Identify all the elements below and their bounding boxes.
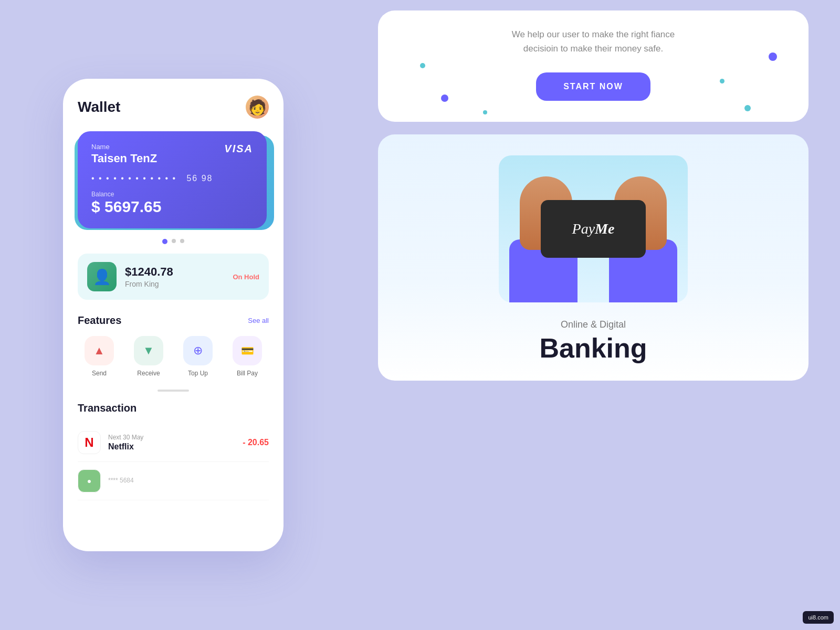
wallet-header: Wallet 🧑 <box>78 96 269 119</box>
billpay-label: Bill Pay <box>237 370 258 377</box>
billpay-icon: 💳 <box>241 344 254 357</box>
card-holder-name: Taisen TenZ <box>91 152 157 165</box>
phone-mockup: Wallet 🧑 Name Taisen TenZ VISA • • • • •… <box>63 79 284 551</box>
second-tx-number: **** 5684 <box>108 477 269 484</box>
netflix-amount: - 20.65 <box>243 438 269 447</box>
second-tx-logo: ● <box>78 469 101 492</box>
send-label: Send <box>92 370 107 377</box>
topup-icon-container: ⊕ <box>183 336 213 365</box>
balance-amount: $ 5697.65 <box>91 198 253 216</box>
second-tx-icon: ● <box>87 477 91 485</box>
payme-phone-device: PayMe <box>541 200 646 258</box>
topup-label: Top Up <box>188 370 208 377</box>
payme-logo-text: PayMe <box>572 220 615 237</box>
dot-decor-3 <box>483 110 487 114</box>
topup-icon: ⊕ <box>193 344 203 358</box>
dot-decor-4 <box>769 52 777 61</box>
top-card: We help our user to make the right fianc… <box>378 10 808 122</box>
watermark: ui8.com <box>803 611 834 624</box>
card-pagination <box>78 239 269 244</box>
receive-icon: ▼ <box>143 344 154 358</box>
receive-icon-container: ▼ <box>134 336 163 365</box>
transaction-header: Transaction <box>78 402 269 414</box>
transaction-title: Transaction <box>78 402 136 414</box>
features-grid: ▲ Send ▼ Receive ⊕ Top Up 💳 <box>78 336 269 377</box>
card-number: • • • • • • • • • • • • 56 98 <box>91 174 253 183</box>
features-title: Features <box>78 314 121 327</box>
card-container: Name Taisen TenZ VISA • • • • • • • • • … <box>78 131 269 228</box>
send-icon: ▲ <box>93 344 105 358</box>
feature-send[interactable]: ▲ Send <box>78 336 121 377</box>
balance-label: Balance <box>91 191 253 198</box>
on-hold-from: From King <box>125 280 224 288</box>
features-header: Features See all <box>78 314 269 327</box>
netflix-date: Next 30 May <box>108 434 235 441</box>
netflix-letter: N <box>85 435 93 450</box>
netflix-info: Next 30 May Netflix <box>108 434 235 452</box>
top-card-subtitle: We help our user to make the right fianc… <box>403 27 783 56</box>
payme-visual: PayMe <box>499 155 688 302</box>
on-hold-badge: On Hold <box>233 273 259 281</box>
dot-decor-1 <box>420 63 425 68</box>
online-digital-label: Online & Digital <box>561 319 626 330</box>
scroll-indicator <box>158 390 189 392</box>
feature-receive[interactable]: ▼ Receive <box>127 336 170 377</box>
netflix-logo: N <box>78 431 101 454</box>
card-name-label: Name <box>91 143 157 151</box>
billpay-icon-container: 💳 <box>233 336 262 365</box>
sender-avatar: 👤 <box>87 262 117 291</box>
on-hold-card[interactable]: 👤 $1240.78 From King On Hold <box>78 254 269 300</box>
on-hold-info: $1240.78 From King <box>125 265 224 288</box>
wallet-title: Wallet <box>78 99 120 116</box>
banking-title: Banking <box>539 332 647 364</box>
avatar[interactable]: 🧑 <box>246 96 269 119</box>
card-brand: VISA <box>224 143 253 155</box>
feature-topup[interactable]: ⊕ Top Up <box>176 336 219 377</box>
transaction-item-second[interactable]: ● **** 5684 <box>78 462 269 500</box>
left-panel: Wallet 🧑 Name Taisen TenZ VISA • • • • •… <box>0 0 346 630</box>
see-all-link[interactable]: See all <box>248 317 269 324</box>
transaction-section: Transaction N Next 30 May Netflix - 20.6… <box>78 402 269 500</box>
dot-2[interactable] <box>172 239 176 243</box>
dot-decor-5 <box>720 79 724 83</box>
send-icon-container: ▲ <box>85 336 114 365</box>
receive-label: Receive <box>137 370 160 377</box>
start-now-button[interactable]: START NOW <box>536 72 650 101</box>
second-tx-info: **** 5684 <box>108 477 269 485</box>
feature-billpay[interactable]: 💳 Bill Pay <box>226 336 269 377</box>
netflix-name: Netflix <box>108 442 235 452</box>
on-hold-amount: $1240.78 <box>125 265 224 279</box>
right-panel: We help our user to make the right fianc… <box>346 0 840 630</box>
dot-decor-6 <box>744 105 751 111</box>
payme-card: PayMe Online & Digital Banking <box>378 134 808 381</box>
transaction-item-netflix[interactable]: N Next 30 May Netflix - 20.65 <box>78 424 269 462</box>
credit-card[interactable]: Name Taisen TenZ VISA • • • • • • • • • … <box>78 131 267 228</box>
dot-3[interactable] <box>180 239 184 243</box>
dot-decor-2 <box>441 94 448 102</box>
dot-1[interactable] <box>162 239 167 244</box>
